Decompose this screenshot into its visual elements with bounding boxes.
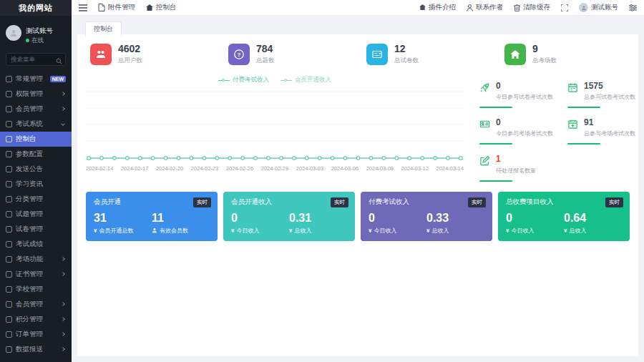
sidebar-item[interactable]: 会员管理 bbox=[0, 297, 72, 312]
legend-marker-icon bbox=[280, 78, 292, 83]
realtime-badge[interactable]: 实时 bbox=[605, 197, 623, 207]
middle-row: 付费考试收入 会员开通收入 2024-02-142024-02-172024-0… bbox=[77, 72, 638, 187]
plugin-icon bbox=[419, 4, 426, 11]
sidebar-item[interactable]: 学校管理 bbox=[0, 282, 72, 297]
person-icon bbox=[9, 29, 18, 37]
sidebar-user[interactable]: 测试账号 在线 bbox=[0, 16, 72, 49]
stat-total-rooms: 9 总考场数 bbox=[496, 44, 634, 65]
x-tick: 2024-02-17 bbox=[121, 165, 148, 172]
menu-item-icon bbox=[6, 316, 12, 323]
stat-today-room-exams: 0 今日参与考场考试次数 bbox=[479, 115, 553, 150]
sidebar-item[interactable]: 考场功能 bbox=[0, 252, 72, 267]
contact-author-button[interactable]: 联系作者 bbox=[467, 3, 503, 12]
chevron-icon bbox=[61, 257, 65, 261]
new-badge: NEW bbox=[50, 76, 66, 82]
topbar-menu-attachments[interactable]: 附件管理 bbox=[98, 3, 135, 12]
sidebar-item-label: 试题管理 bbox=[16, 210, 43, 219]
sidebar-item-label: 数据报送 bbox=[16, 345, 43, 354]
sidebar-item[interactable]: 试题管理 bbox=[0, 207, 72, 222]
menu-item-icon bbox=[6, 211, 12, 217]
x-tick: 2024-02-26 bbox=[226, 165, 253, 172]
main-panel: 4602 总用户数 ? 784 总题数 12 总试卷数 9 总考场数 bbox=[77, 34, 638, 356]
sidebar-item[interactable]: 学习资讯 bbox=[0, 177, 72, 192]
card-metric: 0 ¥今日收入 bbox=[231, 212, 289, 235]
legend-item-paid-exam[interactable]: 付费考试收入 bbox=[218, 76, 269, 84]
menu-item-icon bbox=[6, 76, 12, 82]
online-dot-icon bbox=[26, 39, 29, 42]
user-menu[interactable]: 测试账号 bbox=[579, 3, 618, 12]
stat-pending-registrations: 1 待处理报名数量 bbox=[479, 152, 553, 187]
clear-cache-button[interactable]: 清除缓存 bbox=[514, 3, 550, 12]
sidebar-item[interactable]: 常规管理 NEW bbox=[0, 72, 72, 87]
legend-marker-icon bbox=[218, 78, 230, 83]
stats-row: 4602 总用户数 ? 784 总题数 12 总试卷数 9 总考场数 bbox=[77, 34, 638, 72]
menu-item-icon bbox=[6, 181, 12, 187]
app-logo[interactable]: 我的网站 bbox=[0, 0, 72, 16]
sidebar-item[interactable]: 数据报送 bbox=[0, 342, 72, 357]
topbar-menu-console[interactable]: 控制台 bbox=[146, 3, 177, 12]
file-icon bbox=[98, 4, 105, 11]
card-paid-exam-income: 付费考试收入 实时 0 ¥今日收入 0.33 ¥总收入 bbox=[361, 192, 492, 241]
chart-legend: 付费考试收入 会员开通收入 bbox=[86, 76, 464, 84]
menu-item-icon bbox=[6, 151, 12, 157]
menu-item-icon bbox=[6, 196, 12, 202]
x-tick: 2024-02-20 bbox=[156, 165, 183, 172]
card-membership-income: 会员开通收入 实时 0 ¥今日收入 0.31 ¥总收入 bbox=[223, 192, 355, 241]
sidebar-item[interactable]: 考试系统 bbox=[0, 117, 72, 132]
fullscreen-icon bbox=[561, 4, 568, 11]
sidebar-item[interactable]: 参数配置 bbox=[0, 147, 72, 162]
card-membership: 会员开通 实时 31 ¥会员开通总数 11 有效会员数 bbox=[86, 192, 218, 241]
users-icon bbox=[90, 44, 112, 65]
realtime-badge[interactable]: 实时 bbox=[193, 197, 211, 207]
sidebar-item-label: 考试成绩 bbox=[16, 240, 43, 249]
sidebar-item[interactable]: 证书管理 bbox=[0, 267, 72, 282]
realtime-badge[interactable]: 实时 bbox=[331, 197, 348, 207]
sidebar-item-label: 考试系统 bbox=[16, 119, 43, 129]
card-metric: 0.31 ¥总收入 bbox=[289, 212, 347, 235]
stat-total-users: 4602 总用户数 bbox=[82, 44, 220, 65]
sidebar-item[interactable]: 发送公告 bbox=[0, 162, 72, 177]
question-icon: ? bbox=[228, 44, 250, 65]
sidebar-item-label: 控制台 bbox=[16, 134, 36, 144]
tab-console[interactable]: 控制台 bbox=[85, 21, 122, 36]
green-underline bbox=[479, 143, 512, 145]
legend-item-membership[interactable]: 会员开通收入 bbox=[280, 76, 331, 84]
sidebar-item[interactable]: 控制台 bbox=[0, 132, 72, 147]
sidebar-item-label: 参数配置 bbox=[16, 150, 43, 159]
sidebar-item-label: 会员管理 bbox=[16, 104, 43, 114]
menu-item-icon bbox=[6, 346, 12, 353]
yen-icon: ¥ bbox=[426, 228, 429, 234]
yen-icon: ¥ bbox=[564, 228, 567, 234]
plugin-intro-button[interactable]: 插件介绍 bbox=[419, 3, 456, 12]
topbar: 附件管理 控制台 插件介绍 联系作者 清除缓存 测试账号 bbox=[72, 0, 644, 16]
search-icon bbox=[56, 54, 62, 67]
card-metric: 0 ¥今日收入 bbox=[369, 212, 426, 235]
sidebar-item[interactable]: 积分管理 bbox=[0, 312, 72, 327]
realtime-badge[interactable]: 实时 bbox=[468, 197, 486, 207]
sidebar-item[interactable]: 订单管理 bbox=[0, 327, 72, 342]
idcard-icon bbox=[479, 119, 490, 132]
x-tick: 2024-03-09 bbox=[366, 165, 394, 172]
x-tick: 2024-02-14 bbox=[86, 165, 113, 172]
sidebar-item[interactable]: 分类管理 bbox=[0, 192, 72, 207]
collapse-menu-button[interactable] bbox=[79, 4, 87, 11]
green-underline bbox=[567, 143, 600, 145]
chevron-icon bbox=[61, 272, 65, 276]
x-tick: 2024-03-06 bbox=[331, 165, 358, 172]
settings-button[interactable] bbox=[629, 4, 637, 11]
sidebar-item[interactable]: 权限管理 bbox=[0, 87, 72, 102]
menu-item-icon bbox=[6, 226, 12, 233]
x-tick: 2024-03-03 bbox=[296, 165, 323, 172]
avatar bbox=[6, 25, 21, 41]
sidebar-item[interactable]: 试卷管理 bbox=[0, 222, 72, 237]
yen-icon: ¥ bbox=[94, 228, 97, 234]
income-chart bbox=[86, 86, 464, 165]
card-metric: 31 ¥会员开通总数 bbox=[94, 212, 152, 235]
menu-item-icon bbox=[6, 136, 12, 142]
sidebar-item-label: 试卷管理 bbox=[16, 225, 43, 234]
card-metric: 11 有效会员数 bbox=[152, 212, 210, 235]
trash-icon bbox=[514, 4, 520, 11]
sidebar-item[interactable]: 考试成绩 bbox=[0, 237, 72, 252]
sidebar-item[interactable]: 会员管理 bbox=[0, 102, 72, 117]
fullscreen-button[interactable] bbox=[561, 4, 568, 11]
